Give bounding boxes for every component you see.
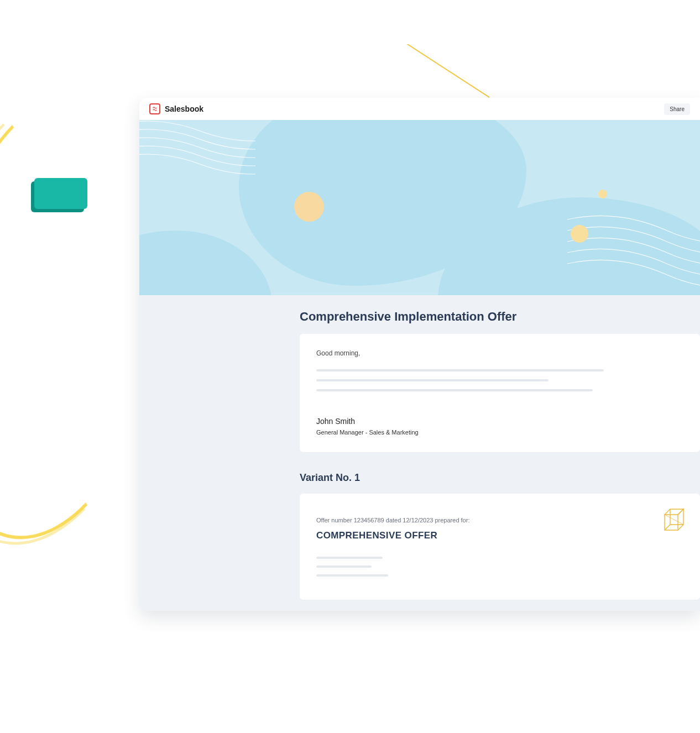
- brand-name: Salesbook: [165, 104, 203, 113]
- decorative-circle: [294, 192, 324, 222]
- salesbook-logo-icon: [149, 103, 160, 114]
- placeholder-line: [316, 566, 372, 568]
- offer-meta: Offer number 123456789 dated 12/12/2023 …: [316, 517, 683, 523]
- decorative-callout: [310, 0, 652, 44]
- decorative-badge: [34, 178, 87, 209]
- signer-name: John Smith: [316, 417, 683, 426]
- greeting: Good morning,: [316, 349, 683, 357]
- variant-heading: Variant No. 1: [300, 472, 700, 494]
- decorative-waves-icon: [567, 208, 700, 295]
- main-content: Comprehensive Implementation Offer Good …: [139, 295, 700, 600]
- share-button[interactable]: Share: [664, 103, 690, 115]
- placeholder-line: [316, 389, 593, 391]
- variant-card: Offer number 123456789 dated 12/12/2023 …: [300, 494, 700, 600]
- hero-banner: [139, 120, 700, 295]
- placeholder-line: [316, 557, 383, 559]
- intro-card: Good morning, John Smith General Manager…: [300, 334, 700, 452]
- placeholder-line: [316, 369, 604, 371]
- offer-name: COMPREHENSIVE OFFER: [316, 530, 683, 541]
- brand-logo: Salesbook: [149, 103, 203, 114]
- placeholder-line: [316, 379, 548, 381]
- decorative-circle: [571, 225, 588, 243]
- decorative-circle: [598, 190, 607, 198]
- decorative-waves-icon: [139, 120, 255, 192]
- titlebar: Salesbook Share: [139, 98, 700, 120]
- page-title: Comprehensive Implementation Offer: [300, 295, 700, 334]
- app-window: Salesbook Share Comprehensive Implementa…: [139, 98, 700, 611]
- cube-icon: [659, 506, 689, 536]
- signer-title: General Manager - Sales & Marketing: [316, 429, 683, 436]
- placeholder-line: [316, 574, 388, 577]
